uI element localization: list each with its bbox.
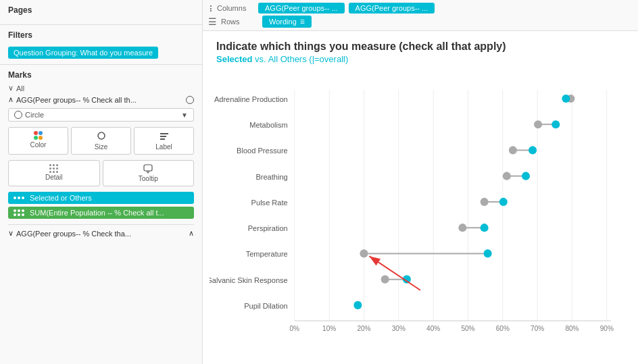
marks-label: Marks: [8, 70, 194, 80]
svg-point-57: [458, 224, 466, 232]
label-icon: [160, 131, 169, 142]
marks-icons-grid2: Detail Tooltip: [8, 160, 194, 186]
filters-label: Filters: [8, 30, 194, 40]
svg-point-62: [484, 249, 492, 257]
dot-plot-chart: Adrenaline Production Metabolism Blood P…: [210, 67, 631, 357]
svg-point-53: [481, 198, 489, 206]
circle-dropdown-icon: [14, 111, 22, 119]
marks-section: Marks ∨ All ∧ AGG(Peer groups-- % Check …: [0, 65, 202, 364]
sum-label: SUM(Entire Population -- % Check all t..…: [30, 209, 164, 217]
svg-point-45: [509, 146, 517, 154]
col-pill-2[interactable]: AGG(Peer groups-- ...: [349, 3, 435, 14]
color-button[interactable]: Color: [8, 127, 68, 155]
chevron-down-icon: ∨: [8, 84, 14, 93]
filter-pill[interactable]: Question Grouping: What do you measure: [8, 47, 158, 59]
selected-others-pill[interactable]: Selected or Others: [8, 192, 194, 204]
svg-text:Pupil Dilation: Pupil Dilation: [244, 302, 288, 310]
svg-text:Breathing: Breathing: [255, 173, 287, 181]
row-pill-text: Wording: [269, 18, 297, 26]
svg-line-69: [370, 256, 420, 290]
svg-text:Perspiration: Perspiration: [248, 224, 288, 232]
svg-text:70%: 70%: [531, 325, 544, 332]
rows-row: ☰ Rows Wording ≡: [208, 16, 633, 28]
svg-text:Blood Pressure: Blood Pressure: [237, 147, 288, 155]
right-panel: ⫶ Columns AGG(Peer groups-- ... AGG(Peer…: [203, 0, 638, 364]
marks-all-label: All: [16, 84, 24, 93]
marks-all-row: ∨ All: [8, 84, 194, 93]
size-icon: [97, 131, 106, 142]
sum-pill[interactable]: SUM(Entire Population -- % Check all t..…: [8, 207, 194, 219]
columns-row: ⫶ Columns AGG(Peer groups-- ... AGG(Peer…: [208, 3, 633, 14]
svg-point-58: [481, 224, 489, 232]
columns-label: Columns: [217, 4, 254, 12]
chart-subtitle: Selected vs. All Others (|=overall): [216, 54, 624, 64]
label-label: Label: [155, 143, 172, 151]
svg-point-49: [503, 172, 511, 180]
subtitle-selected: Selected: [216, 54, 252, 64]
marks-icons-grid: Color Size Label: [8, 127, 194, 155]
selected-others-label: Selected or Others: [30, 194, 92, 202]
col-pill-1-text: AGG(Peer groups-- ...: [265, 4, 338, 12]
pages-section: Pages: [0, 0, 202, 25]
col-pill-2-text: AGG(Peer groups-- ...: [355, 4, 428, 12]
svg-text:30%: 30%: [392, 325, 406, 332]
svg-text:40%: 40%: [426, 325, 440, 332]
marks-agg-row: ∧ AGG(Peer groups-- % Check all th...: [8, 95, 194, 104]
circle-dropdown[interactable]: Circle ▼: [8, 108, 194, 122]
rows-label: Rows: [221, 18, 258, 26]
svg-point-46: [529, 146, 537, 154]
svg-rect-3: [160, 138, 165, 140]
label-button[interactable]: Label: [134, 127, 194, 155]
circle-mark-icon: [186, 96, 194, 104]
marks-agg-label: ∧ AGG(Peer groups-- % Check all th...: [8, 95, 137, 104]
svg-rect-1: [160, 133, 168, 134]
svg-point-0: [98, 132, 105, 139]
col-pill-1[interactable]: AGG(Peer groups-- ...: [258, 3, 345, 14]
detail-button[interactable]: Detail: [8, 160, 100, 186]
svg-rect-4: [144, 165, 152, 171]
agg-bottom-label: AGG(Peer groups-- % Check tha...: [16, 230, 131, 238]
svg-text:Galvanic Skin Response: Galvanic Skin Response: [210, 276, 288, 284]
subtitle-rest: All Others (|=overall): [268, 54, 349, 64]
svg-text:0%: 0%: [290, 325, 300, 332]
chart-area: Adrenaline Production Metabolism Blood P…: [203, 67, 638, 364]
chevron-down-icon2: ∨: [8, 229, 14, 238]
color-label: Color: [30, 141, 47, 149]
size-button[interactable]: Size: [71, 127, 131, 155]
size-label: Size: [95, 143, 107, 151]
svg-point-54: [499, 198, 508, 206]
caret-icon: ∧: [8, 95, 14, 104]
left-panel: Pages Filters Question Grouping: What do…: [0, 0, 203, 364]
dropdown-arrow: ▼: [181, 111, 188, 119]
svg-text:10%: 10%: [322, 325, 336, 332]
filters-section: Filters Question Grouping: What do you m…: [0, 25, 202, 65]
row-pill[interactable]: Wording ≡: [262, 16, 312, 28]
agg-bottom-row: ∨ AGG(Peer groups-- % Check tha... ∧: [8, 224, 194, 238]
tooltip-icon: [143, 164, 153, 175]
svg-text:80%: 80%: [565, 325, 579, 332]
svg-text:60%: 60%: [496, 325, 510, 332]
svg-text:Metabolism: Metabolism: [249, 121, 288, 129]
svg-text:50%: 50%: [461, 325, 474, 332]
toolbar-section: ⫶ Columns AGG(Peer groups-- ... AGG(Peer…: [203, 0, 638, 31]
svg-point-38: [562, 95, 570, 103]
svg-point-50: [522, 172, 530, 180]
svg-text:Pulse Rate: Pulse Rate: [251, 199, 288, 207]
svg-text:20%: 20%: [357, 325, 370, 332]
detail-label: Detail: [45, 174, 63, 181]
svg-point-41: [534, 120, 542, 128]
tooltip-button[interactable]: Tooltip: [103, 160, 195, 186]
columns-grid-icon: ⫶: [208, 3, 213, 14]
agg-label-text: AGG(Peer groups-- % Check all th...: [16, 96, 137, 104]
rows-lines-icon: ☰: [208, 16, 217, 27]
svg-point-61: [360, 249, 368, 257]
svg-point-67: [353, 301, 362, 309]
tooltip-label: Tooltip: [139, 175, 158, 182]
svg-point-65: [381, 276, 389, 284]
color-icon: [34, 131, 43, 140]
chart-header: Indicate which things you measure (check…: [203, 31, 638, 67]
chart-title: Indicate which things you measure (check…: [216, 41, 624, 53]
svg-rect-2: [160, 136, 166, 137]
svg-text:Temperature: Temperature: [246, 250, 288, 258]
chevron-up-icon: ∧: [189, 229, 194, 238]
